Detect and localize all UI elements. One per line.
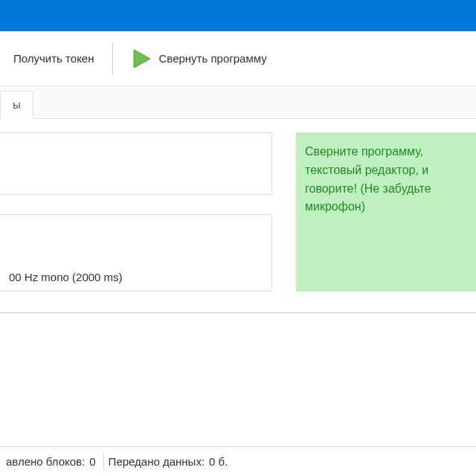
get-token-label: Получить токен (13, 52, 94, 65)
status-blocks-value: 0 (89, 455, 95, 468)
content-divider (0, 312, 476, 313)
toolbar-separator (112, 42, 113, 75)
tab-main-label: ы (13, 98, 21, 111)
play-icon (131, 48, 152, 69)
minimize-program-label: Свернуть программу (159, 52, 267, 65)
tab-main[interactable]: ы (0, 91, 33, 119)
status-blocks: авлено блоков: 0 (6, 453, 104, 471)
status-bar: авлено блоков: 0 Передано данных: 0 б. (0, 446, 476, 476)
status-blocks-label: авлено блоков: (6, 455, 85, 468)
hint-box: Сверните программу, текстовый редактор, … (296, 132, 476, 292)
get-token-button[interactable]: Получить токен (4, 38, 103, 80)
hint-text: Сверните программу, текстовый редактор, … (305, 145, 431, 213)
svg-marker-0 (134, 50, 150, 68)
status-bytes-value: 0 б. (209, 455, 228, 468)
audio-format-text: 00 Hz mono (2000 ms) (9, 271, 123, 283)
panel-audio-format: 00 Hz mono (2000 ms) (0, 214, 272, 292)
minimize-program-button[interactable]: Свернуть программу (122, 38, 276, 80)
tab-strip: ы (0, 86, 476, 119)
toolbar: Получить токен Свернуть программу (0, 31, 476, 86)
status-bytes-label: Передано данных: (109, 455, 205, 468)
panel-upper (0, 132, 272, 195)
content-area: 00 Hz mono (2000 ms) Сверните программу,… (0, 119, 476, 446)
window-titlebar (0, 0, 476, 31)
status-bytes: Передано данных: 0 б. (109, 453, 236, 471)
